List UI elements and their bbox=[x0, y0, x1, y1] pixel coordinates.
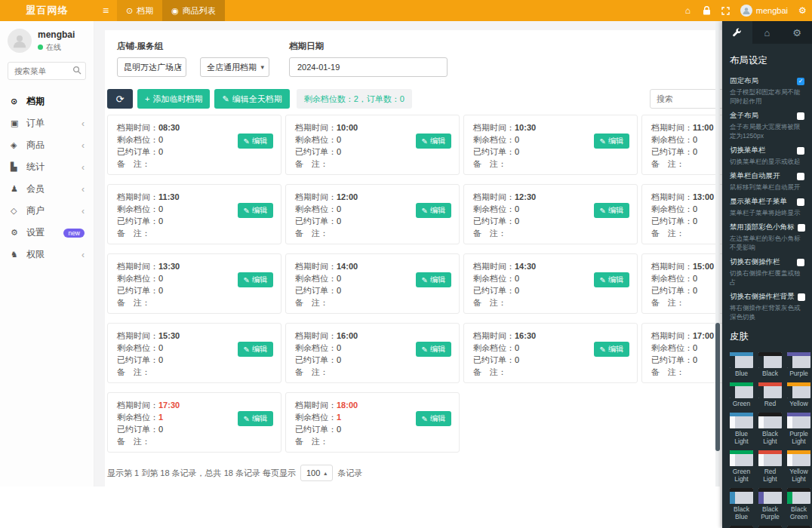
edit-slot-label: 编辑 bbox=[608, 344, 623, 355]
page-size-select[interactable]: 100 bbox=[300, 465, 333, 481]
slot-time-row: 档期时间：16:00 bbox=[295, 330, 450, 342]
lock-button[interactable] bbox=[697, 0, 716, 21]
store-group-label: 店铺-服务组 bbox=[117, 41, 269, 52]
skin-blue-light[interactable]: Blue Light bbox=[730, 413, 753, 445]
slot-card: 档期时间：17:30剩余档位：1已约订单：0备 注：✎编辑 bbox=[107, 392, 281, 453]
slot-note-row: 备 注： bbox=[117, 435, 272, 447]
topbar-right: ⌂ mengbai ⚙ bbox=[678, 0, 812, 21]
sidebar-item-orders[interactable]: ▣订单‹ bbox=[0, 112, 94, 134]
panel-option-checkbox-6[interactable] bbox=[797, 259, 804, 266]
slot-orders-value: 0 bbox=[158, 425, 163, 434]
edit-slot-button[interactable]: ✎编辑 bbox=[594, 203, 629, 218]
dot-circle-icon: ◉ bbox=[171, 6, 179, 16]
skin-black[interactable]: Black bbox=[758, 352, 782, 377]
panel-option-checkbox-3[interactable] bbox=[797, 173, 804, 180]
panel-option-checkbox-1[interactable] bbox=[797, 112, 804, 120]
slot-note-row: 备 注： bbox=[117, 296, 272, 309]
edit-slot-button[interactable]: ✎编辑 bbox=[416, 272, 451, 287]
edit-slot-button[interactable]: ✎编辑 bbox=[238, 342, 273, 357]
edit-slot-button[interactable]: ✎编辑 bbox=[594, 134, 629, 149]
edit-slot-button[interactable]: ✎编辑 bbox=[416, 134, 451, 149]
slot-remaining-value: 0 bbox=[693, 204, 697, 213]
edit-slot-button[interactable]: ✎编辑 bbox=[238, 134, 273, 149]
panel-option-desc: 切换右侧操作栏覆盖或独占 bbox=[730, 269, 804, 287]
edit-all-day-button[interactable]: ✎编辑全天档期 bbox=[214, 89, 289, 109]
home-button[interactable]: ⌂ bbox=[678, 0, 697, 21]
edit-slot-button[interactable]: ✎编辑 bbox=[416, 203, 451, 218]
skin-blue[interactable]: Blue bbox=[730, 352, 753, 377]
panel-tab-gears[interactable]: ⚙ bbox=[782, 21, 812, 44]
skin-name: Blue bbox=[730, 370, 753, 377]
skin-black-green[interactable]: Black Green bbox=[787, 488, 810, 520]
panel-option-row: 显示菜单栏子菜单 bbox=[730, 197, 804, 207]
sidebar-item-stats[interactable]: ▙统计‹ bbox=[0, 156, 94, 178]
user-name: mengbai bbox=[756, 6, 788, 15]
skin-red-light[interactable]: Red Light bbox=[758, 450, 782, 483]
panel-tab-layout[interactable] bbox=[722, 21, 752, 44]
schedule-date-input[interactable] bbox=[289, 57, 448, 77]
schedule-type-select[interactable]: 全店通用档期 bbox=[200, 57, 269, 77]
edit-slot-button[interactable]: ✎编辑 bbox=[238, 411, 273, 426]
fullscreen-button[interactable] bbox=[716, 0, 735, 21]
swatch-sidebar bbox=[730, 386, 735, 398]
sidebar-item-settings[interactable]: ⚙设置new bbox=[0, 222, 94, 244]
skin-purple-light[interactable]: Purple Light bbox=[787, 413, 810, 445]
slot-note-label: 备 注： bbox=[117, 229, 150, 238]
panel-option-checkbox-7[interactable] bbox=[798, 293, 805, 301]
edit-slot-button[interactable]: ✎编辑 bbox=[416, 342, 451, 357]
refresh-button[interactable]: ⟳ bbox=[107, 89, 133, 109]
slot-time-row: 档期时间：18:00 bbox=[295, 399, 450, 411]
sidebar-item-members[interactable]: ♟会员‹ bbox=[0, 178, 94, 200]
edit-slot-button[interactable]: ✎编辑 bbox=[416, 411, 451, 426]
skin-yellow-light[interactable]: Yellow Light bbox=[787, 450, 810, 483]
add-temp-slot-button[interactable]: +添加临时档期 bbox=[137, 89, 210, 109]
online-status: 在线 bbox=[38, 42, 75, 53]
edit-slot-button[interactable]: ✎编辑 bbox=[594, 342, 629, 357]
edit-slot-button[interactable]: ✎编辑 bbox=[238, 272, 273, 287]
panel-option-checkbox-5[interactable] bbox=[798, 224, 805, 232]
goods-icon: ◈ bbox=[11, 140, 26, 150]
edit-slot-button[interactable]: ✎编辑 bbox=[238, 203, 273, 218]
sidebar-item-schedule[interactable]: ⊙档期 bbox=[0, 91, 94, 112]
swatch-sidebar bbox=[758, 492, 764, 504]
panel-option-row: 禁用顶部彩色小角标 bbox=[730, 223, 804, 232]
settings-panel-toggle[interactable]: ⚙ bbox=[793, 0, 812, 21]
slot-note-label: 备 注： bbox=[473, 367, 506, 376]
slot-time-value: 14:30 bbox=[515, 262, 536, 271]
page-footer bbox=[0, 487, 722, 528]
user-menu[interactable]: mengbai bbox=[735, 5, 793, 17]
scrollbar-thumb[interactable] bbox=[715, 323, 720, 451]
tab-goods-list[interactable]: ◉ 商品列表 bbox=[162, 0, 225, 21]
store-select[interactable]: 昆明万达广场店 bbox=[117, 57, 186, 77]
skin-black-purple[interactable]: Black Purple bbox=[758, 488, 782, 520]
sidebar-item-merchants[interactable]: ◇商户‹ bbox=[0, 200, 94, 222]
skin-green[interactable]: Green bbox=[730, 382, 753, 407]
skin-swatch bbox=[758, 488, 782, 504]
skin-green-light[interactable]: Green Light bbox=[730, 450, 753, 483]
sidebar-toggle-button[interactable]: ≡ bbox=[94, 0, 117, 21]
slot-remaining-value: 1 bbox=[158, 413, 163, 422]
slot-note-row: 备 注： bbox=[295, 227, 450, 239]
edit-slot-button[interactable]: ✎编辑 bbox=[594, 272, 629, 287]
sidebar-item-goods[interactable]: ◈商品‹ bbox=[0, 134, 94, 156]
skin-black-blue[interactable]: Black Blue bbox=[730, 488, 753, 520]
panel-option-checkbox-2[interactable] bbox=[797, 147, 804, 155]
panel-tab-home[interactable]: ⌂ bbox=[752, 21, 783, 44]
panel-option-checkbox-4[interactable] bbox=[797, 198, 804, 206]
skin-red[interactable]: Red bbox=[758, 382, 782, 407]
sidebar-item-permissions[interactable]: ♞权限‹ bbox=[0, 244, 94, 266]
home-icon: ⌂ bbox=[685, 5, 691, 16]
panel-option-checkbox-0[interactable]: ✓ bbox=[797, 78, 804, 85]
tab-schedule[interactable]: ⊙ 档期 bbox=[117, 0, 162, 21]
slot-time-row: 档期时间：13:30 bbox=[117, 260, 272, 272]
slot-remaining-label: 剩余档位： bbox=[295, 343, 337, 352]
skin-name: Yellow Light bbox=[787, 468, 810, 483]
person-icon bbox=[742, 6, 751, 15]
vertical-scrollbar[interactable] bbox=[715, 21, 720, 487]
skin-yellow[interactable]: Yellow bbox=[787, 382, 810, 407]
slot-remaining-label: 剩余档位： bbox=[117, 274, 158, 283]
slot-orders-label: 已约订单： bbox=[117, 286, 158, 295]
slot-card: 档期时间：14:00剩余档位：0已约订单：0备 注：✎编辑 bbox=[285, 253, 460, 314]
skin-black-light[interactable]: Black Light bbox=[758, 413, 782, 445]
skin-purple[interactable]: Purple bbox=[787, 352, 810, 377]
